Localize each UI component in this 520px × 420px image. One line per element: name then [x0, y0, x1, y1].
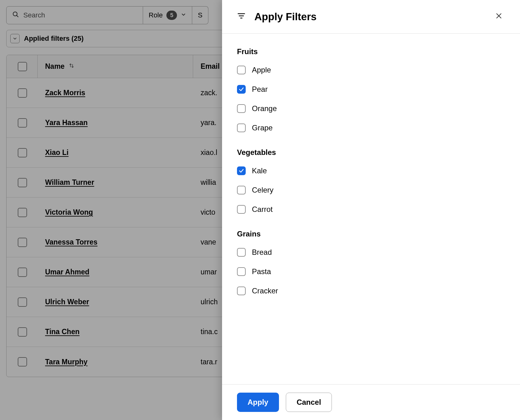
checkbox[interactable]	[237, 205, 246, 214]
apply-button[interactable]: Apply	[237, 393, 279, 412]
filter-option[interactable]: Apple	[237, 62, 505, 78]
filter-group-title: Grains	[237, 230, 505, 238]
filter-option[interactable]: Cracker	[237, 283, 505, 299]
filter-option-label: Orange	[252, 104, 277, 113]
checkbox[interactable]	[237, 267, 246, 276]
checkbox[interactable]	[237, 104, 246, 113]
filter-option-label: Pear	[252, 85, 268, 94]
cancel-button[interactable]: Cancel	[286, 393, 332, 412]
filter-option[interactable]: Pear	[237, 82, 505, 97]
filter-group-title: Fruits	[237, 47, 505, 56]
checkbox[interactable]	[237, 66, 246, 74]
filter-option-label: Pasta	[252, 267, 271, 276]
filter-option-label: Cracker	[252, 287, 278, 295]
checkbox[interactable]	[237, 166, 246, 175]
filter-option[interactable]: Pasta	[237, 264, 505, 279]
filter-option[interactable]: Bread	[237, 245, 505, 260]
drawer-footer: Apply Cancel	[222, 384, 520, 420]
filter-option[interactable]: Orange	[237, 101, 505, 116]
filter-icon	[237, 12, 246, 22]
close-button[interactable]	[493, 11, 505, 23]
filter-group: FruitsApplePearOrangeGrape	[237, 47, 505, 136]
drawer-title: Apply Filters	[254, 11, 493, 23]
filter-option[interactable]: Kale	[237, 163, 505, 179]
checkbox[interactable]	[237, 287, 246, 295]
checkbox[interactable]	[237, 85, 246, 94]
filter-option-label: Kale	[252, 166, 267, 175]
close-icon	[495, 12, 503, 21]
filter-option-label: Carrot	[252, 205, 273, 214]
checkbox[interactable]	[237, 248, 246, 257]
filter-option[interactable]: Celery	[237, 182, 505, 198]
filter-option-label: Apple	[252, 66, 271, 74]
filters-drawer: Apply Filters FruitsApplePearOrangeGrape…	[222, 0, 520, 420]
filter-group: VegetablesKaleCeleryCarrot	[237, 148, 505, 217]
filter-option-label: Celery	[252, 186, 273, 194]
filter-group: GrainsBreadPastaCracker	[237, 230, 505, 299]
filter-option-label: Bread	[252, 248, 272, 257]
drawer-body: FruitsApplePearOrangeGrapeVegetablesKale…	[222, 34, 520, 384]
drawer-header: Apply Filters	[222, 0, 520, 34]
checkbox[interactable]	[237, 186, 246, 194]
filter-option[interactable]: Carrot	[237, 202, 505, 217]
filter-option-label: Grape	[252, 124, 273, 132]
checkbox[interactable]	[237, 124, 246, 132]
filter-group-title: Vegetables	[237, 148, 505, 157]
filter-option[interactable]: Grape	[237, 120, 505, 136]
